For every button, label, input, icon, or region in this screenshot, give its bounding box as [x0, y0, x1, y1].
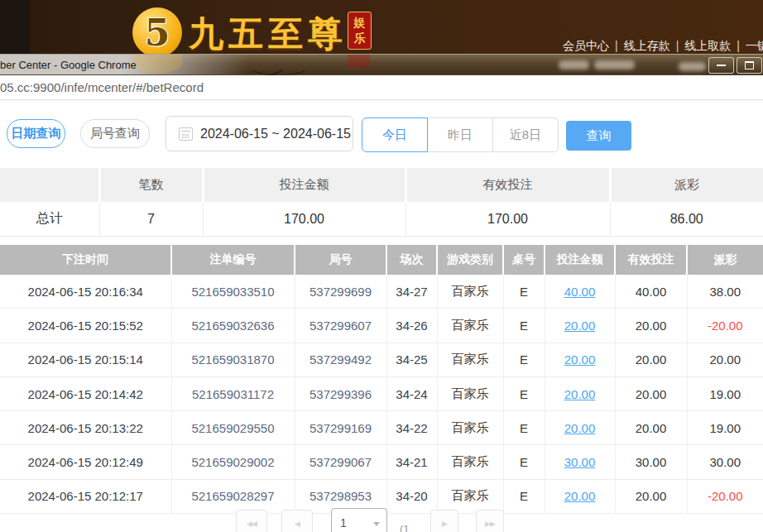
bet-amount-link[interactable]: 20.00 — [564, 421, 596, 435]
bet-table-header-cell: 下注时间 — [0, 245, 171, 275]
valid-bet-cell: 40.00 — [615, 275, 687, 309]
tab-round-query[interactable]: 局号查询 — [80, 119, 150, 148]
bet-amount-cell: 20.00 — [545, 343, 615, 376]
pagination-first-button[interactable]: ◀◀ — [236, 510, 267, 532]
coin-glow — [132, 55, 182, 73]
bet-time-cell: 2024-06-15 20:16:34 — [0, 275, 171, 309]
valid-bet-cell: 20.00 — [615, 411, 687, 445]
bet-amount-link[interactable]: 40.00 — [564, 285, 596, 299]
table-row: 2024-06-15 20:15:52521659032636537299607… — [0, 309, 763, 343]
pagination-last-button[interactable]: ▶▶ — [476, 510, 504, 532]
bet-id-cell: 521659028297 — [171, 479, 295, 513]
logo-flourish — [248, 56, 310, 76]
summary-value: 86.00 — [610, 202, 763, 237]
round-no-cell: 537299607 — [295, 309, 386, 343]
bet-id-cell: 521659033510 — [171, 275, 295, 309]
nav-link-3[interactable]: 线上取款 — [684, 39, 731, 52]
blurred-user-info — [594, 60, 635, 69]
bet-amount-link[interactable]: 30.00 — [564, 455, 596, 469]
next-page-icon: ▶ — [442, 520, 447, 528]
quick-button-昨日[interactable]: 昨日 — [427, 117, 493, 152]
payout-cell: 38.00 — [687, 275, 763, 309]
bet-table-header-cell: 局号 — [295, 245, 386, 275]
coin-logo-icon: 5 — [132, 7, 182, 57]
page-select-value: 1 — [340, 516, 347, 530]
first-page-icon: ◀◀ — [247, 520, 257, 528]
table-no-cell: E — [503, 376, 545, 410]
maximize-icon — [745, 61, 754, 69]
bet-table-header-row: 下注时间注单编号局号场次游戏类别桌号投注金额有效投注派彩 — [0, 245, 763, 275]
pagination-prev-button[interactable]: ◀ — [281, 510, 313, 532]
game-type-cell: 百家乐 — [437, 275, 503, 309]
bet-table-header-cell: 投注金额 — [545, 245, 615, 275]
search-button[interactable]: 查询 — [566, 121, 631, 151]
bet-time-cell: 2024-06-15 20:12:49 — [0, 445, 171, 479]
last-page-icon: ▶▶ — [485, 520, 495, 528]
prev-page-icon: ◀ — [295, 520, 300, 528]
minimize-icon — [717, 65, 726, 66]
bet-table-header-cell: 游戏类别 — [437, 245, 503, 275]
summary-header-cell: 派彩 — [610, 168, 763, 202]
dark-strip — [0, 0, 30, 54]
table-no-cell: E — [503, 275, 545, 309]
valid-bet-cell: 20.00 — [615, 309, 687, 343]
nav-link-4[interactable]: 一键归户 — [746, 39, 763, 52]
quick-button-近8日[interactable]: 近8日 — [492, 117, 559, 152]
game-type-cell: 百家乐 — [437, 445, 503, 479]
blurred-user-info — [679, 62, 706, 71]
bet-amount-cell: 20.00 — [545, 309, 615, 343]
table-no-cell: E — [503, 309, 545, 343]
table-row: 2024-06-15 20:13:22521659029550537299169… — [0, 411, 763, 445]
maximize-button[interactable] — [737, 57, 762, 74]
bet-id-cell: 521659032636 — [171, 309, 295, 343]
bet-time-cell: 2024-06-15 20:12:17 — [0, 479, 171, 513]
bet-amount-cell: 20.00 — [545, 376, 615, 410]
date-range-picker[interactable]: 2024-06-15 ~ 2024-06-15 — [166, 116, 353, 151]
bet-amount-link[interactable]: 20.00 — [564, 387, 596, 401]
session-cell: 34-25 — [386, 343, 437, 376]
session-cell: 34-27 — [386, 275, 437, 309]
bet-time-cell: 2024-06-15 20:13:22 — [0, 411, 171, 445]
minimize-button[interactable] — [708, 57, 734, 74]
bet-amount-cell: 20.00 — [545, 411, 615, 445]
bet-amount-link[interactable]: 20.00 — [564, 319, 596, 333]
bet-table-header-cell: 注单编号 — [171, 245, 295, 275]
browser-titlebar: ber Center - Google Chrome — [0, 54, 763, 75]
site-nav: 会员中心|线上存款|线上取款|一键归户 — [563, 39, 763, 54]
payout-cell: 19.00 — [687, 376, 763, 410]
coin-digit: 5 — [145, 12, 170, 54]
address-bar[interactable]: 05.cc:9900/infe/mcenter/#/betRecord — [0, 75, 763, 100]
round-no-cell: 537299492 — [295, 343, 386, 376]
table-row: 2024-06-15 20:15:14521659031870537299492… — [0, 343, 763, 376]
window-title: ber Center - Google Chrome — [0, 59, 137, 71]
tab-date-query[interactable]: 日期查询 — [7, 119, 65, 148]
bet-amount-link[interactable]: 20.00 — [564, 489, 596, 503]
summary-value: 170.00 — [203, 202, 405, 237]
payout-cell: 20.00 — [687, 343, 763, 376]
summary-total-label: 总计 — [0, 202, 99, 237]
summary-header-cell: 投注金额 — [203, 168, 405, 202]
summary-header-cell: 有效投注 — [405, 168, 610, 202]
game-type-cell: 百家乐 — [437, 479, 503, 513]
session-cell: 34-22 — [386, 411, 437, 445]
quick-button-今日[interactable]: 今日 — [362, 117, 428, 152]
date-range-value: 2024-06-15 ~ 2024-06-15 — [200, 127, 351, 141]
bet-id-cell: 521659029002 — [171, 445, 295, 479]
bet-time-cell: 2024-06-15 20:15:14 — [0, 343, 171, 376]
nav-link-1[interactable]: 会员中心 — [563, 39, 609, 52]
summary-header-cell — [0, 168, 99, 202]
round-no-cell: 537299169 — [295, 411, 386, 445]
quick-range-group: 今日昨日近8日 — [362, 117, 559, 152]
logo-badge-char: 乐 — [348, 31, 371, 46]
bet-amount-link[interactable]: 20.00 — [564, 352, 596, 367]
summary-value: 170.00 — [405, 202, 610, 237]
pagination-next-button[interactable]: ▶ — [430, 510, 458, 532]
bet-table-header-cell: 派彩 — [687, 245, 763, 275]
table-row: 2024-06-15 20:16:34521659033510537299699… — [0, 275, 763, 309]
bet-amount-cell: 20.00 — [545, 479, 615, 513]
table-no-cell: E — [503, 479, 545, 513]
table-no-cell: E — [503, 445, 545, 479]
page-select[interactable]: 1 — [331, 508, 387, 532]
nav-link-2[interactable]: 线上存款 — [624, 39, 670, 52]
table-no-cell: E — [503, 411, 545, 445]
